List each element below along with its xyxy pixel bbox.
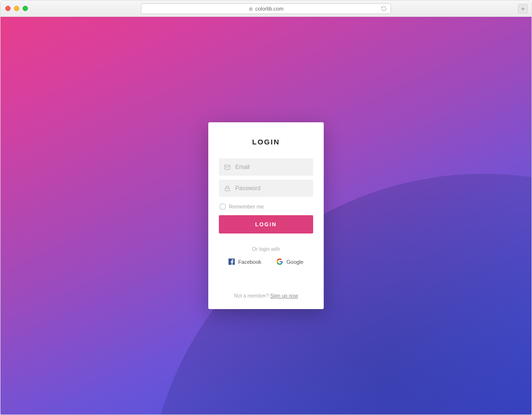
browser-window: colorlib.com + LOGIN	[0, 0, 532, 415]
password-input[interactable]	[235, 185, 308, 192]
facebook-login-button[interactable]: Facebook	[228, 259, 261, 265]
remember-checkbox[interactable]	[220, 204, 226, 209]
email-input[interactable]	[235, 164, 308, 170]
facebook-icon	[228, 259, 235, 265]
address-bar[interactable]: colorlib.com	[141, 3, 391, 14]
password-field-wrapper	[219, 180, 313, 197]
page-content: LOGIN Remember me LOGIN Or login with	[0, 17, 532, 415]
background-decoration	[147, 174, 532, 415]
url-text: colorlib.com	[255, 6, 284, 12]
signup-row: Not a member? Sign up now	[219, 293, 313, 298]
svg-rect-2	[225, 188, 229, 191]
login-button[interactable]: LOGIN	[219, 215, 313, 233]
social-login-row: Facebook Google	[219, 259, 313, 265]
lock-icon	[249, 6, 253, 11]
maximize-window-button[interactable]	[23, 6, 28, 11]
email-field-wrapper	[219, 158, 313, 176]
reload-icon[interactable]	[381, 6, 387, 12]
lock-icon	[224, 185, 231, 192]
google-icon	[277, 259, 283, 265]
new-tab-button[interactable]: +	[518, 4, 528, 13]
google-login-button[interactable]: Google	[277, 259, 303, 265]
minimize-window-button[interactable]	[14, 6, 19, 11]
google-label: Google	[286, 259, 303, 265]
window-controls	[5, 6, 28, 11]
login-card: LOGIN Remember me LOGIN Or login with	[208, 122, 324, 309]
close-window-button[interactable]	[5, 6, 11, 11]
remember-me-row[interactable]: Remember me	[220, 204, 313, 209]
svg-rect-0	[250, 9, 252, 10]
browser-toolbar: colorlib.com +	[0, 0, 532, 17]
facebook-label: Facebook	[238, 259, 261, 265]
remember-label: Remember me	[229, 204, 264, 209]
card-title: LOGIN	[219, 138, 313, 146]
signup-prompt: Not a member?	[234, 293, 270, 298]
email-icon	[224, 164, 231, 171]
or-divider-text: Or login with	[219, 246, 313, 252]
signup-link[interactable]: Sign up now	[270, 293, 298, 298]
